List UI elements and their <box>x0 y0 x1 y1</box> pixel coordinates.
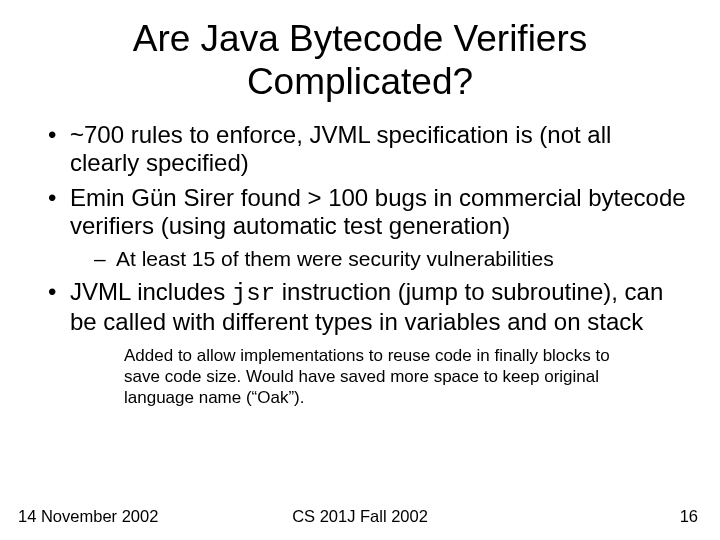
bullet-text: Emin Gün Sirer found > 100 bugs in comme… <box>70 184 686 239</box>
sub-bullet-list: At least 15 of them were security vulner… <box>70 246 686 271</box>
footer-date: 14 November 2002 <box>18 507 158 526</box>
footer-page-number: 16 <box>680 507 698 526</box>
slide-footer: 14 November 2002 CS 201J Fall 2002 16 <box>0 507 720 526</box>
bullet-text-pre: JVML includes <box>70 278 232 305</box>
slide: Are Java Bytecode Verifiers Complicated?… <box>0 0 720 540</box>
bullet-list: ~700 rules to enforce, JVML specificatio… <box>28 121 692 336</box>
code-jsr: jsr <box>232 280 275 307</box>
bullet-item: ~700 rules to enforce, JVML specificatio… <box>48 121 686 178</box>
slide-title: Are Java Bytecode Verifiers Complicated? <box>28 18 692 103</box>
bullet-item: Emin Gün Sirer found > 100 bugs in comme… <box>48 184 686 272</box>
bullet-item: JVML includes jsr instruction (jump to s… <box>48 278 686 337</box>
sub-bullet-item: At least 15 of them were security vulner… <box>94 246 686 271</box>
slide-note: Added to allow implementations to reuse … <box>124 346 644 408</box>
